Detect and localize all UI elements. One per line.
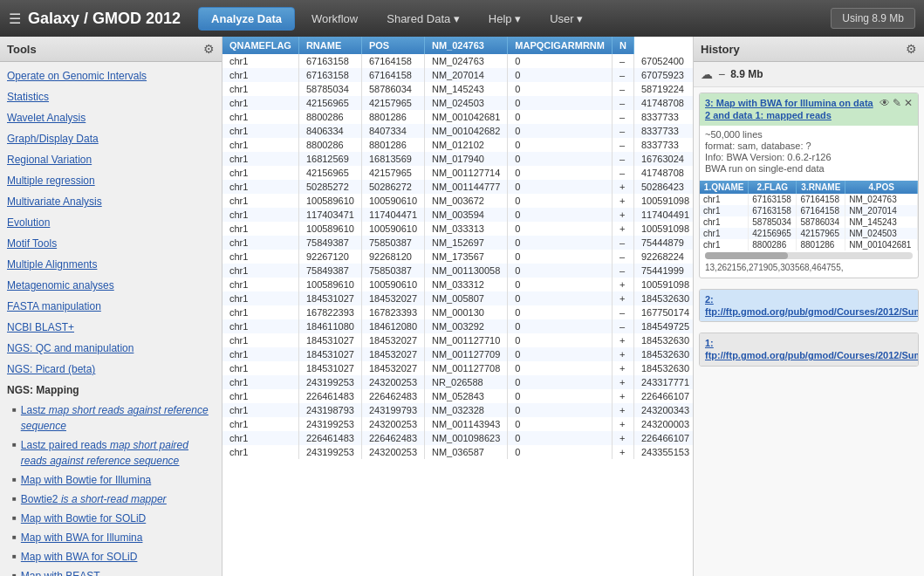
table-cell: 8800286 xyxy=(298,110,361,124)
history-gear-icon[interactable]: ⚙ xyxy=(906,42,917,56)
sidebar-item-graph[interactable]: Graph/Display Data xyxy=(0,128,222,149)
sidebar-bullet-bwa-solid[interactable]: Map with BWA for SOLiD xyxy=(0,547,222,566)
table-cell: NM_001127710 xyxy=(425,333,508,347)
mini-cell: NM_024503 xyxy=(845,228,918,239)
table-cell: 0 xyxy=(508,124,613,138)
history-item-2-title[interactable]: 2: ftp://ftp.gmod.org/pub/gmod/Courses/2… xyxy=(705,293,919,319)
sidebar-bullet-beast[interactable]: Map with BEAST xyxy=(0,566,222,576)
history-item-3-icons: 👁 ✎ ✕ xyxy=(880,97,913,109)
table-cell: + xyxy=(612,403,633,417)
mini-cell: 8800286 xyxy=(749,239,797,250)
history-minus-icon[interactable]: − xyxy=(718,67,725,81)
table-cell: 75444879 xyxy=(633,236,693,250)
sidebar-item-statistics[interactable]: Statistics xyxy=(0,86,222,107)
history-item-3-lines: ~50,000 lines xyxy=(705,129,913,140)
table-row: chr17584938775850387NM_1526970–75444879 xyxy=(222,236,693,250)
sidebar-bullet-bowtie2[interactable]: Bowtie2 is a short-read mapper xyxy=(0,490,222,509)
table-cell: + xyxy=(612,333,633,347)
table-cell: NM_052843 xyxy=(425,389,508,403)
mini-cell: 8801286 xyxy=(797,239,845,250)
sidebar-item-operate-genomic[interactable]: Operate on Genomic Intervals xyxy=(0,65,222,86)
sidebar-item-regression[interactable]: Multiple regression xyxy=(0,170,222,191)
sidebar-bullet-lastz-paired-label: Lastz paired reads map short paired read… xyxy=(21,437,215,469)
mini-table-row: chr1 8800286 8801286 NM_001042681 xyxy=(700,239,918,250)
table-cell: 100590610 xyxy=(361,222,424,236)
table-cell: 184532027 xyxy=(361,347,424,361)
sidebar-bullet-bwa-illumina[interactable]: Map with BWA for Illumina xyxy=(0,528,222,547)
mini-cell: 67163158 xyxy=(749,205,797,216)
table-cell: 243200253 xyxy=(361,417,424,431)
table-cell: 184531027 xyxy=(298,333,361,347)
table-row: chr1243198793243199793NM_0323280+2432003… xyxy=(222,403,693,417)
nav-shared-data[interactable]: Shared Data ▾ xyxy=(374,8,472,30)
table-cell: 184532027 xyxy=(361,361,424,375)
table-row: chr1100589610100590610NM_0333130+1005910… xyxy=(222,222,693,236)
table-cell: NM_207014 xyxy=(425,68,508,82)
table-cell: + xyxy=(612,361,633,375)
nav-help[interactable]: Help ▾ xyxy=(476,8,533,30)
table-row: chr1243199253243200253NM_0365870+2433551… xyxy=(222,445,693,459)
table-row: chr1184531027184532027NM_0011277100+1845… xyxy=(222,333,693,347)
table-cell: – xyxy=(612,305,633,319)
nav-workflow[interactable]: Workflow xyxy=(299,8,370,30)
table-cell: 0 xyxy=(508,375,613,389)
table-cell: 243355153 xyxy=(633,445,693,459)
table-cell: chr1 xyxy=(222,319,298,333)
history-item-3-edit-icon[interactable]: ✎ xyxy=(893,97,901,109)
table-cell: 16812569 xyxy=(298,152,361,166)
nav-analyze-data[interactable]: Analyze Data xyxy=(198,7,295,31)
sidebar-item-metagenomic[interactable]: Metagenomic analyses xyxy=(0,275,222,296)
sidebar-item-motif-tools[interactable]: Motif Tools xyxy=(0,233,222,254)
mini-cell: chr1 xyxy=(700,228,749,239)
sidebar-bullet-bowtie-solid[interactable]: Map with Bowtie for SOLiD xyxy=(0,509,222,528)
sidebar-gear-icon[interactable]: ⚙ xyxy=(203,42,215,56)
table-cell: chr1 xyxy=(222,194,298,208)
mini-cell: 58785034 xyxy=(749,216,797,228)
table-cell: 117403471 xyxy=(298,208,361,222)
history-item-3-info: Info: BWA Version: 0.6.2-r126 xyxy=(705,152,913,162)
table-row: chr1100589610100590610NM_0333120+1005910… xyxy=(222,278,693,291)
sidebar-item-wavelet[interactable]: Wavelet Analysis xyxy=(0,107,222,128)
table-row: chr16716315867164158NM_2070140–67075923 xyxy=(222,68,693,82)
sidebar-item-ngs-qc[interactable]: NGS: QC and manipulation xyxy=(0,338,222,359)
table-cell: 243199253 xyxy=(298,417,361,431)
history-item-2: 2: ftp://ftp.gmod.org/pub/gmod/Courses/2… xyxy=(699,289,919,323)
table-row: chr1243199253243200253NM_0011439430+2432… xyxy=(222,417,693,431)
sidebar-bullet-lastz-paired[interactable]: Lastz paired reads map short paired read… xyxy=(0,435,222,470)
sidebar-item-alignments[interactable]: Multiple Alignments xyxy=(0,254,222,275)
sidebar-item-ngs-picard[interactable]: NGS: Picard (beta) xyxy=(0,359,222,380)
table-cell: + xyxy=(612,417,633,431)
table-cell: NR_026588 xyxy=(425,375,508,389)
table-cell: 8801286 xyxy=(361,110,424,124)
table-cell: NM_152697 xyxy=(425,236,508,250)
table-row: chr1100589610100590610NM_0036720+1005910… xyxy=(222,194,693,208)
sidebar-bullet-lastz[interactable]: Lastz map short reads against reference … xyxy=(0,401,222,435)
sidebar-item-evolution[interactable]: Evolution xyxy=(0,212,222,233)
table-cell: 184611080 xyxy=(298,319,361,333)
table-cell: 41748708 xyxy=(633,96,693,110)
mini-col-pos: 4.POS xyxy=(845,181,918,194)
table-cell: 50286423 xyxy=(633,180,693,194)
sidebar-bullet-bowtie-illumina[interactable]: Map with Bowtie for Illumina xyxy=(0,470,222,490)
table-cell: 8337733 xyxy=(633,110,693,124)
history-item-3-title[interactable]: 3: Map with BWA for Illumina on data 2 a… xyxy=(705,97,880,122)
mini-scrollbar[interactable] xyxy=(705,252,913,259)
data-table-wrapper[interactable]: QNAMEFLAG RNAME POS NM_024763 MAPQCIGARM… xyxy=(222,37,693,576)
history-item-2-header: 2: ftp://ftp.gmod.org/pub/gmod/Courses/2… xyxy=(700,290,918,322)
table-cell: – xyxy=(612,166,633,180)
sidebar-item-multivariate[interactable]: Multivariate Analysis xyxy=(0,191,222,212)
history-cloud-icon[interactable]: ☁ xyxy=(701,67,713,81)
table-cell: 167750174 xyxy=(633,305,693,319)
history-item-3-close-icon[interactable]: ✕ xyxy=(904,97,913,109)
history-item-1-title[interactable]: 1: ftp://ftp.gmod.org/pub/gmod/Courses/2… xyxy=(705,337,919,362)
nav-user[interactable]: User ▾ xyxy=(537,8,595,30)
table-cell: 100589610 xyxy=(298,222,361,236)
table-cell: 0 xyxy=(508,236,613,250)
sidebar-item-fasta[interactable]: FASTA manipulation xyxy=(0,296,222,317)
history-item-1-header: 1: ftp://ftp.gmod.org/pub/gmod/Courses/2… xyxy=(700,333,918,366)
history-item-3-eye-icon[interactable]: 👁 xyxy=(880,97,890,109)
hamburger-icon[interactable]: ☰ xyxy=(9,10,21,27)
table-cell: chr1 xyxy=(222,124,298,138)
sidebar-item-ncbi-blast[interactable]: NCBI BLAST+ xyxy=(0,317,222,338)
sidebar-item-regional[interactable]: Regional Variation xyxy=(0,149,222,170)
